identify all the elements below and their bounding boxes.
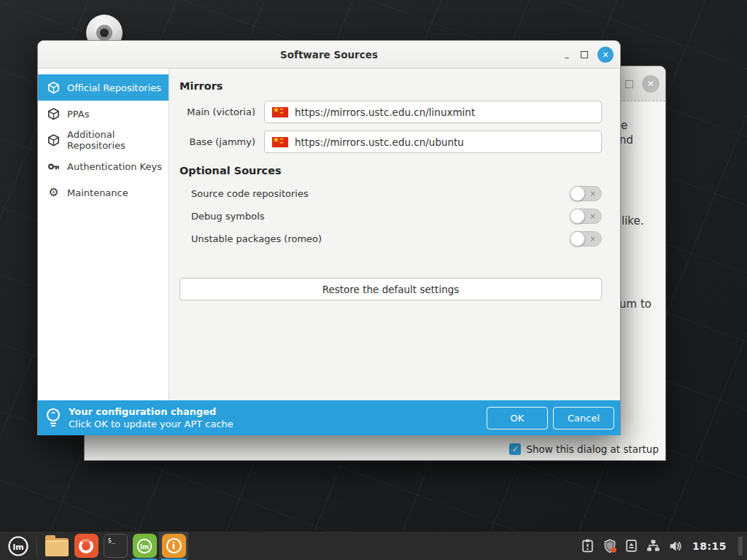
report-clipboard-icon[interactable] [580,538,596,554]
file-manager-icon [45,538,69,556]
software-sources-icon: i [162,534,186,558]
toggle-label: Unstable packages (romeo) [191,233,322,244]
clipped-text-fragment: e [621,119,627,132]
maximize-icon[interactable] [581,51,588,58]
cancel-button[interactable]: Cancel [553,407,614,429]
china-flag-icon: ★★★★★ [272,137,288,147]
toggle-label: Debug symbols [191,211,265,222]
taskbar: lm $_ lm [0,531,747,560]
sidebar-item-ppas[interactable]: PPAs [38,101,169,127]
software-sources-launcher[interactable]: i [159,532,188,560]
mirror-row-base: Base (jammy) ★★★★★ https://mirrors.ustc.… [179,131,602,153]
package-icon [47,108,60,120]
software-manager-launcher[interactable]: lm [130,532,159,560]
mirror-url-main: https://mirrors.ustc.edu.cn/linuxmint [295,106,475,118]
taskbar-clock[interactable]: 18:15 [692,540,727,552]
minimize-icon[interactable]: – [562,52,571,58]
package-icon [47,82,60,94]
desktop-wallpaper: ✕ e nd like. um to ✓ Show this dialog at… [0,0,747,560]
toggle-row-unstable-packages: Unstable packages (romeo) × [179,230,602,246]
infobar-subtitle: Click OK to update your APT cache [69,419,481,430]
sidebar-item-label: Authentication Keys [67,161,162,172]
clipped-text-fragment: like. [622,214,643,228]
toggle-knob [570,209,585,224]
toggle-off-icon: × [590,211,596,222]
ok-button[interactable]: OK [487,407,548,429]
mint-menu-icon: lm [7,535,29,557]
toggle-knob [570,186,585,201]
mirror-button-base[interactable]: ★★★★★ https://mirrors.ustc.edu.cn/ubuntu [264,131,602,153]
sidebar-item-label: Maintenance [67,187,128,198]
svg-text:lm: lm [140,542,149,550]
startup-checkbox-label: Show this dialog at startup [526,443,659,455]
software-sources-dialog: Software Sources – ✕ Official Repositori… [37,40,621,435]
dialog-content: Mirrors Main (victoria) ★★★★★ https://mi… [169,69,620,400]
firefox-launcher[interactable] [71,532,101,560]
sidebar-item-label: Official Repositories [67,82,161,93]
network-icon[interactable] [646,538,662,554]
toggle-off-icon: × [590,234,596,244]
checkbox-checked-icon[interactable]: ✓ [509,443,521,455]
toggle-off-icon: × [590,189,596,199]
file-manager-launcher[interactable] [42,532,71,560]
maximize-icon[interactable] [625,80,633,88]
terminal-launcher[interactable]: $_ [101,532,130,560]
svg-text:lm: lm [12,542,23,551]
show-desktop-button[interactable] [738,537,743,556]
toggle-knob [570,231,585,246]
dialog-title: Software Sources [280,49,378,61]
sidebar-item-additional-repositories[interactable]: Additional Repositories [38,127,169,153]
infobar-title: Your configuration changed [69,405,481,419]
system-tray: 18:15 [580,532,747,560]
software-manager-icon: lm [133,534,157,558]
sidebar-item-official-repositories[interactable]: Official Repositories [38,74,169,101]
close-icon[interactable]: ✕ [642,75,659,93]
mirror-label-main: Main (victoria) [179,106,255,117]
toggle-switch-debug-symbols[interactable]: × [570,209,602,224]
toggle-label: Source code repositories [191,188,309,199]
volume-icon[interactable] [667,538,684,554]
optional-sources-heading: Optional Sources [179,165,602,176]
toggle-row-source-code: Source code repositories × [179,185,602,201]
china-flag-icon: ★★★★★ [272,107,288,117]
sidebar-item-label: Additional Repositories [67,129,169,151]
gear-icon: ⚙ [47,187,60,198]
startup-checkbox-row[interactable]: ✓ Show this dialog at startup [509,443,659,455]
sidebar-item-authentication-keys[interactable]: Authentication Keys [38,153,169,179]
sidebar: Official Repositories PPAs Additional Re… [38,69,169,400]
clipped-text-fragment: nd [619,133,633,147]
infobar: Your configuration changed Click OK to u… [38,400,620,435]
mirrors-heading: Mirrors [179,80,602,92]
terminal-icon: $_ [104,534,128,558]
dialog-titlebar[interactable]: Software Sources – ✕ [38,41,620,69]
sidebar-item-label: PPAs [67,109,90,120]
close-icon[interactable]: ✕ [597,47,614,63]
toggle-row-debug-symbols: Debug symbols × [179,208,602,224]
toggle-switch-source-code[interactable]: × [570,186,602,201]
sidebar-item-maintenance[interactable]: ⚙ Maintenance [38,179,169,206]
firewall-shield-icon[interactable] [602,538,618,554]
mirror-button-main[interactable]: ★★★★★ https://mirrors.ustc.edu.cn/linuxm… [264,101,602,123]
key-icon [47,160,60,173]
mirror-row-main: Main (victoria) ★★★★★ https://mirrors.us… [179,101,602,123]
toggle-switch-unstable-packages[interactable]: × [570,231,602,246]
removable-media-icon[interactable] [624,538,640,554]
mirror-label-base: Base (jammy) [179,136,255,147]
taskbar-separator [36,537,37,556]
firefox-icon [74,534,98,558]
package-icon [47,134,60,147]
mint-menu-button[interactable]: lm [0,532,36,560]
mirror-url-base: https://mirrors.ustc.edu.cn/ubuntu [295,136,464,148]
clipped-text-fragment: um to [619,298,651,311]
restore-defaults-button[interactable]: Restore the default settings [179,278,602,300]
lightbulb-icon [45,407,61,429]
